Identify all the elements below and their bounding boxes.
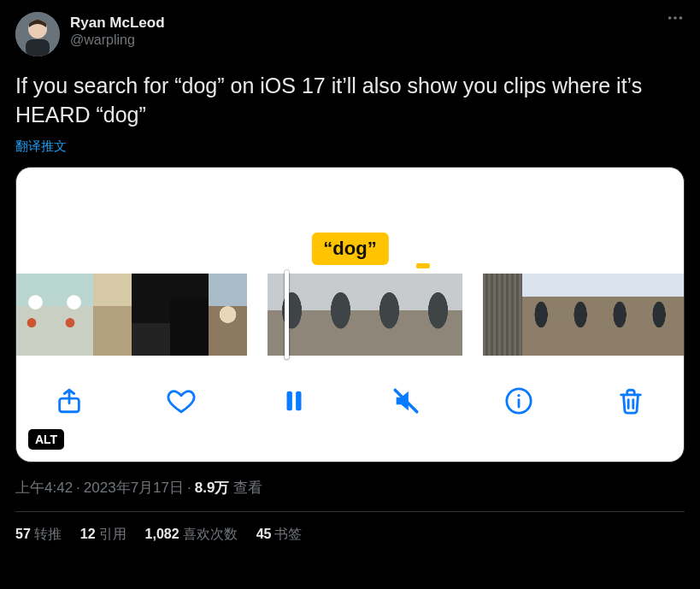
timeline-frame xyxy=(365,274,414,356)
search-term-tooltip: “dog” xyxy=(311,233,388,265)
bookmarks-count: 45 xyxy=(256,527,272,541)
quotes-count: 12 xyxy=(80,527,96,541)
retweets-count: 57 xyxy=(15,527,31,541)
info-button[interactable] xyxy=(500,382,538,420)
handle: @warpling xyxy=(70,32,165,49)
views-label: 查看 xyxy=(233,480,262,496)
clip-group[interactable] xyxy=(268,274,462,356)
share-button[interactable] xyxy=(50,382,88,420)
retweets-label: 转推 xyxy=(34,527,62,541)
svg-rect-8 xyxy=(296,391,301,410)
share-icon xyxy=(55,386,84,415)
timeline-frame xyxy=(16,274,55,356)
tweet-container: Ryan McLeod @warpling If you search for … xyxy=(0,0,700,557)
svg-rect-7 xyxy=(286,391,291,410)
engagement-stats: 57转推 12引用 1,082喜欢次数 45书签 xyxy=(15,512,685,557)
timeline-frame xyxy=(414,274,462,356)
trash-icon xyxy=(616,386,645,415)
timeline-frame xyxy=(483,274,522,356)
timeline-frame xyxy=(268,274,316,356)
post-time[interactable]: 上午4:42 xyxy=(15,480,73,496)
bookmarks-stat[interactable]: 45书签 xyxy=(256,526,303,544)
delete-button[interactable] xyxy=(612,382,650,420)
tweet-meta: 上午4:42·2023年7月17日·8.9万 查看 xyxy=(15,478,685,498)
quotes-stat[interactable]: 12引用 xyxy=(80,526,126,544)
bookmarks-label: 书签 xyxy=(274,527,302,541)
timeline-frame xyxy=(601,274,640,356)
timeline-frame xyxy=(55,274,93,356)
svg-rect-5 xyxy=(26,39,50,56)
more-button[interactable] xyxy=(666,9,685,31)
timeline-frame xyxy=(640,274,679,356)
timeline-frame xyxy=(522,274,562,356)
timeline-frame xyxy=(316,274,365,356)
tweet-text: If you search for “dog” on iOS 17 it’ll … xyxy=(15,72,685,130)
translate-link[interactable]: 翻译推文 xyxy=(15,138,67,155)
pause-icon xyxy=(279,386,309,415)
clip-group[interactable] xyxy=(483,274,685,356)
svg-point-12 xyxy=(517,393,520,396)
likes-stat[interactable]: 1,082喜欢次数 xyxy=(145,526,238,544)
likes-count: 1,082 xyxy=(145,527,179,541)
player-controls xyxy=(16,371,684,431)
speaker-muted-icon xyxy=(391,386,421,415)
playhead[interactable] xyxy=(285,270,289,359)
svg-point-2 xyxy=(679,16,683,20)
likes-label: 喜欢次数 xyxy=(183,527,238,541)
favorite-button[interactable] xyxy=(162,382,200,420)
author-block[interactable]: Ryan McLeod @warpling xyxy=(70,12,165,49)
svg-point-0 xyxy=(668,16,672,20)
avatar[interactable] xyxy=(15,12,60,56)
info-icon xyxy=(504,386,533,415)
display-name: Ryan McLeod xyxy=(70,14,165,32)
alt-badge[interactable]: ALT xyxy=(28,429,64,450)
timeline-frame xyxy=(562,274,601,356)
post-date[interactable]: 2023年7月17日 xyxy=(84,480,184,496)
tooltip-marker xyxy=(416,263,430,268)
svg-point-1 xyxy=(674,16,677,20)
tweet-header: Ryan McLeod @warpling xyxy=(15,12,685,56)
clip-group[interactable] xyxy=(16,274,247,356)
pause-button[interactable] xyxy=(275,382,313,420)
timeline-frame xyxy=(132,274,170,356)
retweets-stat[interactable]: 57转推 xyxy=(15,526,62,544)
video-timeline xyxy=(16,274,684,356)
timeline-frame xyxy=(170,274,209,356)
media-attachment[interactable]: “dog” xyxy=(15,167,685,462)
views-count: 8.9万 xyxy=(195,480,230,496)
timeline-frame xyxy=(679,274,685,356)
quotes-label: 引用 xyxy=(99,527,126,541)
timeline-frame xyxy=(93,274,132,356)
avatar-face-icon xyxy=(15,12,60,56)
heart-icon xyxy=(167,386,196,415)
timeline-frame xyxy=(209,274,247,356)
mute-button[interactable] xyxy=(387,382,425,420)
